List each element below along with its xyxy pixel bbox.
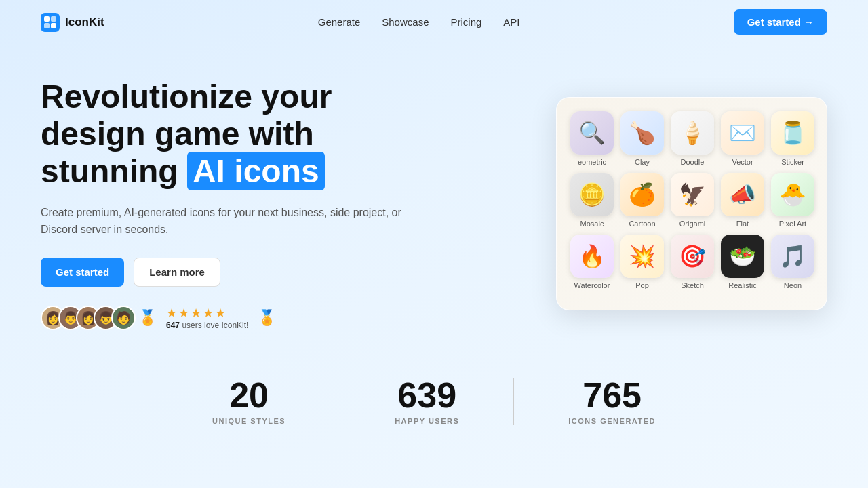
nav-api[interactable]: API bbox=[503, 16, 519, 28]
icon-label-doodle: Doodle bbox=[681, 158, 705, 166]
icon-label-geometric: eometric bbox=[578, 158, 606, 166]
icon-label-flat: Flat bbox=[736, 220, 749, 228]
icon-cell-flat[interactable]: 📣 Flat bbox=[721, 173, 764, 228]
icon-label-origami: Origami bbox=[679, 220, 706, 228]
icon-row-2: 🪙 Mosaic 🍊 Cartoon 🦅 Origami 📣 Flat 🐣 bbox=[570, 173, 813, 228]
svg-rect-3 bbox=[44, 23, 50, 28]
icon-cell-mosaic[interactable]: 🪙 Mosaic bbox=[570, 173, 614, 228]
nav-cta-button[interactable]: Get started → bbox=[734, 9, 827, 35]
stats-section: 20 UNIQUE STYLES 639 HAPPY USERS 765 ICO… bbox=[0, 350, 868, 439]
hero-section: Revolutionize your design game with stun… bbox=[0, 44, 868, 350]
icon-label-realistic: Realistic bbox=[728, 281, 757, 289]
svg-rect-1 bbox=[44, 16, 50, 22]
icon-label-neon: Neon bbox=[784, 281, 802, 289]
nav-links: Generate Showcase Pricing API bbox=[318, 16, 520, 28]
icon-label-watercolor: Watercolor bbox=[574, 281, 610, 289]
rating-block: ★★★★★ 647 users love IconKit! bbox=[166, 306, 248, 330]
icon-doodle: 🍦 bbox=[671, 111, 714, 155]
hero-get-started-button[interactable]: Get started bbox=[41, 258, 124, 287]
icon-cell-realistic[interactable]: 🥗 Realistic bbox=[721, 235, 764, 289]
hero-buttons: Get started Learn more bbox=[41, 258, 420, 287]
rating-text: 647 users love IconKit! bbox=[166, 321, 248, 330]
hero-learn-more-button[interactable]: Learn more bbox=[134, 258, 220, 287]
stat-styles-number: 20 bbox=[212, 378, 285, 413]
icon-vector: ✉️ bbox=[721, 111, 764, 155]
icon-label-sticker: Sticker bbox=[781, 158, 804, 166]
icon-cell-sticker[interactable]: 🫙 Sticker bbox=[771, 111, 814, 166]
icon-flat: 📣 bbox=[721, 173, 764, 216]
icon-sticker: 🫙 bbox=[771, 111, 814, 155]
navbar: IconKit Generate Showcase Pricing API Ge… bbox=[0, 0, 868, 44]
avatar-group: 👩 👨 👩 👦 🧑 bbox=[41, 306, 129, 330]
icon-cell-origami[interactable]: 🦅 Origami bbox=[671, 173, 714, 228]
icon-label-vector: Vector bbox=[732, 158, 753, 166]
svg-rect-2 bbox=[51, 16, 56, 22]
stat-users-number: 639 bbox=[395, 378, 459, 413]
nav-showcase[interactable]: Showcase bbox=[382, 16, 429, 28]
laurel-left: 🏅 bbox=[138, 309, 157, 327]
svg-rect-0 bbox=[41, 13, 60, 32]
icon-label-cartoon: Cartoon bbox=[629, 220, 655, 228]
stat-users-label: HAPPY USERS bbox=[395, 417, 459, 425]
icon-showcase: 🔍 eometric 🍗 Clay 🍦 Doodle ✉️ Vector 🫙 bbox=[556, 97, 827, 310]
icon-neon: 🎵 bbox=[771, 235, 814, 278]
stat-styles-label: UNIQUE STYLES bbox=[212, 417, 285, 425]
icon-pop: 💥 bbox=[620, 235, 664, 278]
icon-cell-doodle[interactable]: 🍦 Doodle bbox=[671, 111, 714, 166]
icon-cell-sketch[interactable]: 🎯 Sketch bbox=[671, 235, 714, 289]
icon-label-clay: Clay bbox=[635, 158, 650, 166]
icon-watercolor: 🔥 bbox=[570, 235, 614, 278]
avatar: 🧑 bbox=[111, 306, 136, 330]
icon-realistic: 🥗 bbox=[721, 235, 764, 278]
stat-styles: 20 UNIQUE STYLES bbox=[158, 378, 340, 425]
hero-left: Revolutionize your design game with stun… bbox=[41, 78, 420, 330]
hero-title-pre: stunning bbox=[41, 153, 187, 189]
icon-label-pop: Pop bbox=[635, 281, 649, 289]
icon-origami: 🦅 bbox=[671, 173, 714, 216]
icon-label-sketch: Sketch bbox=[681, 281, 704, 289]
stat-users: 639 HAPPY USERS bbox=[340, 378, 513, 425]
icon-cell-clay[interactable]: 🍗 Clay bbox=[620, 111, 664, 166]
stat-icons: 765 ICONS GENERATED bbox=[513, 378, 710, 425]
icon-row-3: 🔥 Watercolor 💥 Pop 🎯 Sketch 🥗 Realistic … bbox=[570, 235, 813, 289]
icon-cell-pixelart[interactable]: 🐣 Pixel Art bbox=[771, 173, 814, 228]
nav-pricing[interactable]: Pricing bbox=[450, 16, 481, 28]
icon-cell-geometric[interactable]: 🔍 eometric bbox=[570, 111, 614, 166]
hero-subtitle: Create premium, AI-generated icons for y… bbox=[41, 204, 420, 239]
icon-label-mosaic: Mosaic bbox=[580, 220, 604, 228]
icon-label-pixelart: Pixel Art bbox=[779, 220, 806, 228]
icon-sketch: 🎯 bbox=[671, 235, 714, 278]
icon-pixelart: 🐣 bbox=[771, 173, 814, 216]
stat-icons-label: ICONS GENERATED bbox=[568, 417, 656, 425]
icon-row-1: 🔍 eometric 🍗 Clay 🍦 Doodle ✉️ Vector 🫙 bbox=[570, 111, 813, 166]
logo[interactable]: IconKit bbox=[41, 13, 104, 32]
icon-cell-vector[interactable]: ✉️ Vector bbox=[721, 111, 764, 166]
icon-clay: 🍗 bbox=[620, 111, 664, 155]
icon-cell-neon[interactable]: 🎵 Neon bbox=[771, 235, 814, 289]
svg-rect-4 bbox=[51, 23, 56, 28]
stat-icons-number: 765 bbox=[568, 378, 656, 413]
icon-cartoon: 🍊 bbox=[620, 173, 664, 216]
icon-geometric: 🔍 bbox=[570, 111, 614, 155]
nav-generate[interactable]: Generate bbox=[318, 16, 361, 28]
laurel-right: 🏅 bbox=[258, 309, 276, 327]
hero-title-highlight: AI icons bbox=[187, 152, 325, 190]
icon-cell-watercolor[interactable]: 🔥 Watercolor bbox=[570, 235, 614, 289]
hero-right: 🔍 eometric 🍗 Clay 🍦 Doodle ✉️ Vector 🫙 bbox=[556, 97, 827, 310]
icon-mosaic: 🪙 bbox=[570, 173, 614, 216]
hero-title: Revolutionize your design game with stun… bbox=[41, 78, 420, 190]
icon-cell-cartoon[interactable]: 🍊 Cartoon bbox=[620, 173, 664, 228]
social-proof: 👩 👨 👩 👦 🧑 🏅 ★★★★★ 647 users love IconKit… bbox=[41, 306, 420, 330]
stars: ★★★★★ bbox=[166, 306, 248, 321]
brand-name: IconKit bbox=[65, 16, 104, 29]
icon-cell-pop[interactable]: 💥 Pop bbox=[620, 235, 664, 289]
